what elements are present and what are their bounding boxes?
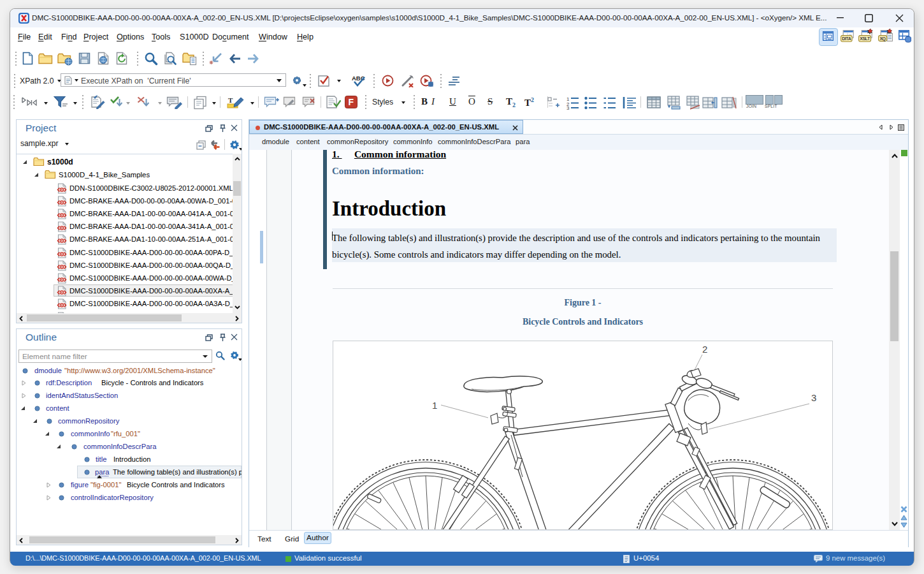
svg-text:2: 2 (702, 344, 707, 355)
svg-text:DITA: DITA (842, 36, 851, 41)
svg-text:XQ: XQ (879, 36, 886, 41)
svg-text:T: T (228, 96, 233, 104)
svg-text:3: 3 (567, 105, 570, 110)
svg-text:3: 3 (811, 392, 816, 403)
svg-text:XSLT: XSLT (860, 36, 870, 41)
svg-text:F: F (349, 97, 354, 107)
svg-text:1: 1 (432, 400, 437, 411)
